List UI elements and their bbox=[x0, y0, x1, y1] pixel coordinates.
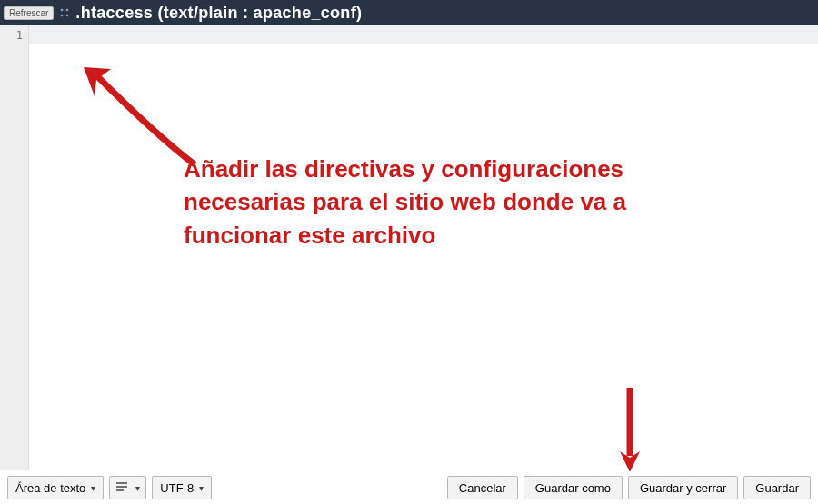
annotation-arrow-down-icon bbox=[616, 383, 643, 478]
encoding-label: UTF-8 bbox=[160, 481, 194, 495]
svg-point-2 bbox=[61, 15, 64, 17]
line-number: 1 bbox=[0, 25, 28, 42]
svg-point-0 bbox=[61, 9, 64, 12]
svg-point-3 bbox=[66, 15, 69, 17]
save-button[interactable]: Guardar bbox=[743, 476, 811, 499]
footer-toolbar: Área de texto ▾ ▾ UTF-8 ▾ Cancelar Guard… bbox=[0, 471, 818, 504]
wrap-icon bbox=[115, 481, 128, 495]
editor-area: 1 Añadir las directivas y configuracione… bbox=[0, 25, 818, 470]
wrap-select[interactable]: ▾ bbox=[109, 476, 146, 499]
cancel-button[interactable]: Cancelar bbox=[447, 476, 518, 499]
chevron-down-icon: ▾ bbox=[91, 483, 95, 493]
annotation-text: Añadir las directivas y configuraciones … bbox=[184, 153, 729, 252]
editor-mode-label: Área de texto bbox=[15, 481, 85, 495]
refresh-button[interactable]: Refrescar bbox=[4, 6, 54, 20]
save-as-button[interactable]: Guardar como bbox=[524, 476, 623, 499]
save-close-button[interactable]: Guardar y cerrar bbox=[628, 476, 738, 499]
title-bar: Refrescar .htaccess (text/plain : apache… bbox=[0, 0, 818, 25]
file-title: .htaccess (text/plain : apache_conf) bbox=[75, 4, 362, 23]
drag-handle-icon[interactable] bbox=[59, 7, 70, 18]
footer-right-group: Cancelar Guardar como Guardar y cerrar G… bbox=[447, 476, 811, 499]
code-area[interactable]: Añadir las directivas y configuraciones … bbox=[29, 25, 818, 470]
current-line-highlight bbox=[29, 25, 818, 44]
encoding-select[interactable]: UTF-8 ▾ bbox=[152, 476, 212, 499]
svg-point-1 bbox=[66, 9, 69, 12]
line-gutter: 1 bbox=[0, 25, 29, 470]
editor-mode-select[interactable]: Área de texto ▾ bbox=[7, 476, 104, 499]
chevron-down-icon: ▾ bbox=[135, 483, 140, 493]
footer-left-group: Área de texto ▾ ▾ UTF-8 ▾ bbox=[7, 476, 212, 499]
chevron-down-icon: ▾ bbox=[199, 483, 204, 493]
